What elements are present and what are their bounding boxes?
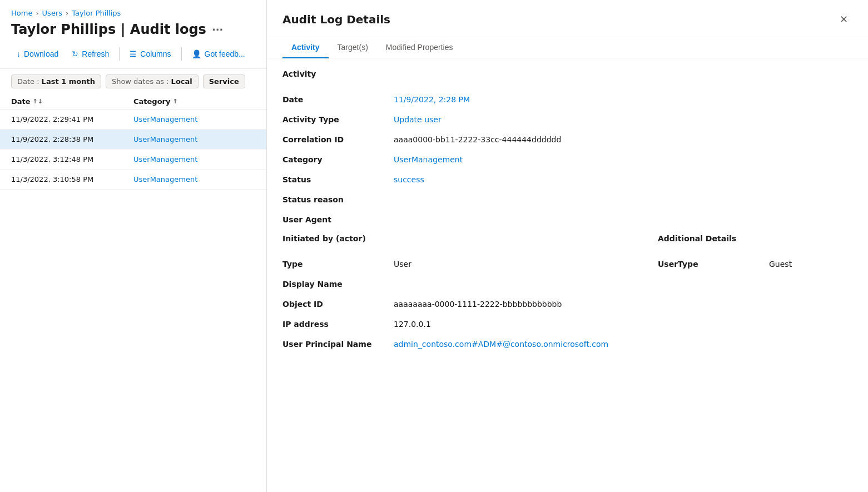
tab-activity[interactable]: Activity — [282, 37, 329, 58]
actor-detail-grid: Type User Display Name Object ID aaaaaaa… — [282, 254, 636, 354]
download-label: Download — [24, 49, 58, 58]
row-category: UserManagement — [133, 135, 255, 143]
actor-type-label: Type — [282, 254, 394, 274]
col-category-label: Category — [133, 97, 170, 106]
user-type-label: UserType — [658, 254, 769, 274]
toolbar-separator-1 — [119, 47, 120, 61]
ip-address-value: 127.0.0.1 — [394, 314, 636, 334]
table-header: Date ↑↓ Category ↑ — [0, 94, 266, 110]
table-row[interactable]: 11/3/2022, 3:12:48 PM UserManagement — [0, 150, 266, 170]
tab-modified-properties[interactable]: Modified Properties — [377, 37, 462, 58]
row-date: 11/3/2022, 3:10:58 PM — [11, 175, 133, 183]
refresh-button[interactable]: ↻ Refresh — [66, 46, 115, 62]
dates-format-label: Show dates as : — [112, 77, 169, 86]
user-agent-label: User Agent — [282, 210, 394, 230]
panel-body: Activity Date 11/9/2022, 2:28 PM Activit… — [267, 58, 868, 492]
row-category: UserManagement — [133, 115, 255, 123]
status-reason-label: Status reason — [282, 190, 394, 210]
table-body: 11/9/2022, 2:29:41 PM UserManagement 11/… — [0, 110, 266, 492]
date-filter-value: Last 1 month — [42, 77, 95, 86]
row-category: UserManagement — [133, 155, 255, 163]
toolbar: ↓ Download ↻ Refresh ☰ Columns 👤 Got fee… — [0, 46, 266, 69]
activity-type-label: Activity Type — [282, 110, 394, 130]
breadcrumb-home[interactable]: Home — [11, 9, 32, 17]
user-type-value: Guest — [769, 254, 852, 274]
feedback-icon: 👤 — [192, 49, 201, 58]
col-category-header[interactable]: Category ↑ — [133, 97, 255, 106]
additional-details-title: Additional Details — [658, 234, 852, 245]
upn-value: admin_contoso.com#ADM#@contoso.onmicroso… — [394, 334, 636, 354]
date-filter-label: Date : — [17, 77, 39, 86]
date-value: 11/9/2022, 2:28 PM — [394, 90, 852, 110]
feedback-button[interactable]: 👤 Got feedb... — [186, 46, 251, 62]
initiated-by-title: Initiated by (actor) — [282, 234, 636, 245]
page-title-container: Taylor Phillips | Audit logs ··· — [0, 22, 266, 46]
ip-address-label: IP address — [282, 314, 394, 334]
correlation-id-value: aaaa0000-bb11-2222-33cc-444444dddddd — [394, 130, 852, 150]
filter-bar: Date : Last 1 month Show dates as : Loca… — [0, 69, 266, 94]
user-agent-value — [394, 210, 852, 230]
feedback-label: Got feedb... — [205, 49, 245, 58]
panel-tabs: Activity Target(s) Modified Properties — [267, 37, 868, 58]
upn-label: User Principal Name — [282, 334, 394, 354]
activity-detail-grid: Date 11/9/2022, 2:28 PM Activity Type Up… — [282, 90, 852, 230]
left-panel: Home › Users › Taylor Phillips Taylor Ph… — [0, 0, 267, 492]
object-id-label: Object ID — [282, 294, 394, 314]
row-date: 11/9/2022, 2:28:38 PM — [11, 135, 133, 143]
status-reason-value — [394, 190, 852, 210]
status-label: Status — [282, 170, 394, 190]
close-panel-button[interactable]: ✕ — [835, 11, 852, 28]
more-options-icon[interactable]: ··· — [212, 24, 224, 36]
sort-date-icon: ↑↓ — [33, 98, 43, 105]
additional-detail-grid: UserType Guest — [658, 254, 852, 274]
display-name-value — [394, 274, 636, 294]
date-filter-chip[interactable]: Date : Last 1 month — [11, 74, 101, 88]
col-date-label: Date — [11, 97, 31, 106]
breadcrumb-sep1: › — [36, 9, 38, 17]
service-filter-value: Service — [209, 77, 239, 86]
tab-targets[interactable]: Target(s) — [329, 37, 377, 58]
object-id-value: aaaaaaaa-0000-1111-2222-bbbbbbbbbbbb — [394, 294, 636, 314]
row-category: UserManagement — [133, 175, 255, 183]
panel-title: Audit Log Details — [282, 13, 390, 26]
panel-header: Audit Log Details ✕ — [267, 0, 868, 37]
date-label: Date — [282, 90, 394, 110]
page-title: Taylor Phillips | Audit logs — [11, 22, 206, 37]
columns-icon: ☰ — [130, 49, 137, 58]
refresh-label: Refresh — [82, 49, 109, 58]
columns-button[interactable]: ☰ Columns — [124, 46, 176, 62]
additional-details-section: Additional Details UserType Guest — [658, 234, 852, 359]
table-row[interactable]: 11/9/2022, 2:28:38 PM UserManagement — [0, 130, 266, 150]
initiated-by-section: Initiated by (actor) Type User Display N… — [282, 234, 636, 359]
download-button[interactable]: ↓ Download — [11, 46, 64, 62]
category-value: UserManagement — [394, 150, 852, 170]
category-label: Category — [282, 150, 394, 170]
activity-section-title: Activity — [282, 69, 852, 81]
row-date: 11/3/2022, 3:12:48 PM — [11, 155, 133, 163]
service-filter-chip[interactable]: Service — [203, 74, 245, 88]
breadcrumb-user[interactable]: Taylor Phillips — [72, 9, 121, 17]
actor-type-value: User — [394, 254, 636, 274]
two-column-section: Initiated by (actor) Type User Display N… — [282, 234, 852, 359]
refresh-icon: ↻ — [72, 49, 78, 58]
toolbar-separator-2 — [181, 47, 182, 61]
dates-format-filter-chip[interactable]: Show dates as : Local — [106, 74, 199, 88]
right-panel: Audit Log Details ✕ Activity Target(s) M… — [267, 0, 868, 492]
col-date-header[interactable]: Date ↑↓ — [11, 97, 133, 106]
table-row[interactable]: 11/3/2022, 3:10:58 PM UserManagement — [0, 170, 266, 190]
breadcrumb: Home › Users › Taylor Phillips — [0, 9, 266, 22]
breadcrumb-users[interactable]: Users — [42, 9, 62, 17]
dates-format-value: Local — [171, 77, 192, 86]
download-icon: ↓ — [17, 49, 21, 58]
breadcrumb-sep2: › — [66, 9, 68, 17]
sort-category-icon: ↑ — [172, 98, 177, 105]
display-name-label: Display Name — [282, 274, 394, 294]
table-row[interactable]: 11/9/2022, 2:29:41 PM UserManagement — [0, 110, 266, 130]
status-value: success — [394, 170, 852, 190]
row-date: 11/9/2022, 2:29:41 PM — [11, 115, 133, 123]
activity-type-value: Update user — [394, 110, 852, 130]
correlation-id-label: Correlation ID — [282, 130, 394, 150]
columns-label: Columns — [140, 49, 171, 58]
